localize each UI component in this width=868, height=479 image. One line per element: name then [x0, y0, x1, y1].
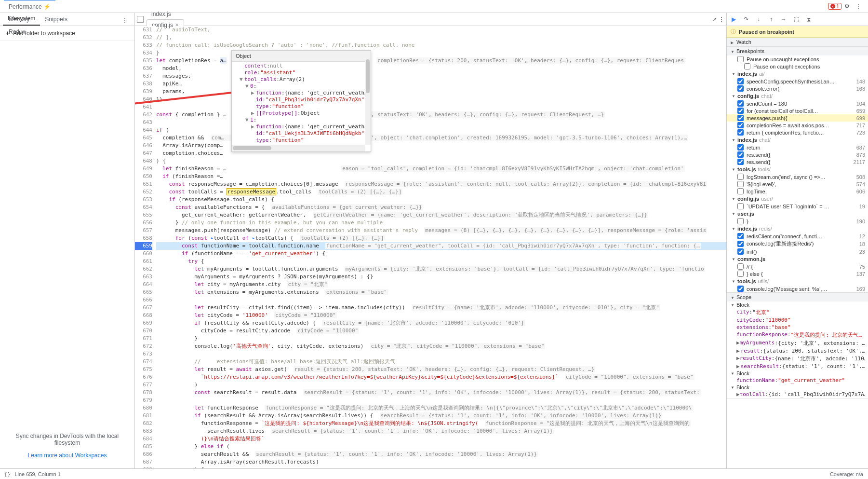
- breakpoint-item[interactable]: return { completionRes, functio…723: [727, 129, 868, 136]
- sync-message: Sync changes in DevTools with the local …: [0, 423, 134, 468]
- scope-variable[interactable]: ▶resultCity: {name: '北京市', adcode: '110…: [727, 355, 868, 363]
- tab-filesystem[interactable]: Filesystem: [3, 12, 40, 26]
- devtools-tab-bar: ConsoleSourcesPerformance ⚡MemoryRedux ×…: [0, 0, 868, 13]
- pause-exceptions-icon[interactable]: ⧗: [805, 16, 813, 23]
- step-icon[interactable]: →: [780, 16, 788, 23]
- scope-variable[interactable]: extensions: "base": [727, 324, 868, 331]
- navigator-panel: Filesystem Snippets ⋮ +Add folder to wor…: [0, 13, 135, 468]
- object-property[interactable]: id: "call_Pbq3iwih0idr7yQ7x7Av7qXn": [234, 96, 369, 103]
- scope-variable[interactable]: ▶result: {status: 200, statusText: 'OK',…: [727, 347, 868, 355]
- scrollbar-vertical[interactable]: [365, 59, 371, 145]
- file-tab-index-js[interactable]: index.js: [147, 9, 184, 19]
- object-property[interactable]: id: "call_Uekjn3L3vAJWFIi6bHQdNgkb": [234, 130, 369, 137]
- popup-title: Object: [232, 51, 371, 62]
- plus-icon: +: [6, 30, 9, 37]
- open-external-icon[interactable]: ↗: [710, 14, 719, 25]
- pause-uncaught-toggle[interactable]: Pause on uncaught exceptions: [727, 55, 868, 63]
- bp-file-group[interactable]: ▼common.js: [727, 255, 868, 263]
- tab-performance[interactable]: Performance ⚡: [4, 0, 55, 13]
- breakpoint-item[interactable]: init()23: [727, 248, 868, 255]
- step-over-icon[interactable]: ↷: [742, 16, 750, 23]
- object-property[interactable]: type: "function": [234, 103, 369, 110]
- tab-snippets[interactable]: Snippets: [40, 13, 72, 26]
- cursor-position: Line 659, Column 1: [14, 471, 60, 477]
- status-bar: { } Line 659, Column 1 Coverage: n/a: [0, 468, 868, 479]
- braces-icon[interactable]: { }: [5, 471, 10, 477]
- object-property[interactable]: content: null: [234, 63, 369, 69]
- object-property[interactable]: ▶[[Prototype]]: Object: [234, 110, 369, 117]
- scope-variable[interactable]: city: "北京": [727, 308, 868, 316]
- code-editor[interactable]: 6316326336346356366376386396406416426436…: [135, 26, 726, 468]
- breakpoint-item[interactable]: messages.push({699: [727, 114, 868, 122]
- scope-variable[interactable]: functionName: "get_current_weather": [727, 377, 868, 384]
- add-folder-button[interactable]: +Add folder to workspace: [0, 26, 134, 41]
- scope-section[interactable]: Scope: [727, 293, 868, 301]
- coverage-status: Coverage: n/a: [830, 471, 863, 477]
- debug-toolbar: ▶ ↷ ↓ ↑ → ⬚ ⧗: [727, 13, 868, 26]
- breakpoint-item[interactable]: console.error(168: [727, 85, 868, 92]
- object-property[interactable]: ▼tool_calls: Array(2): [234, 76, 369, 83]
- learn-more-link[interactable]: Learn more about Workspaces: [10, 452, 125, 459]
- object-property[interactable]: ▶function: {name: 'get_current_weath…: [234, 90, 369, 96]
- bp-file-group[interactable]: ▼tools.jsutils/: [727, 277, 868, 285]
- more-vert-icon[interactable]: ⋮: [118, 15, 132, 26]
- scope-variable[interactable]: functionResponse: "这是我的提问: 北京的天气…: [727, 331, 868, 339]
- breakpoint-item[interactable]: sendCount = 180104: [727, 100, 868, 107]
- scope-block-head[interactable]: ▼Block: [727, 370, 868, 377]
- breakpoint-item[interactable]: logStream.on('end', async () =>…508: [727, 173, 868, 180]
- breakpoint-item[interactable]: return687: [727, 144, 868, 151]
- watch-section[interactable]: Watch: [727, 38, 868, 46]
- scope-variable[interactable]: cityCode: "110000": [727, 316, 868, 324]
- breakpoint-item[interactable]: speechConfig.speechSynthesisLan…148: [727, 78, 868, 85]
- breakpoint-item[interactable]: `UPDATE user SET `loginInfo` = …19: [727, 203, 868, 210]
- object-property[interactable]: ▶function: {name: 'get_current_weath…: [234, 123, 369, 130]
- object-inspector-popup[interactable]: Object content: nullrole: "assistant"▼to…: [231, 50, 371, 152]
- breakpoints-section[interactable]: Breakpoints: [727, 47, 868, 55]
- bp-file-group[interactable]: ▼user.js: [727, 210, 868, 218]
- step-out-icon[interactable]: ↑: [767, 16, 775, 23]
- bp-file-group[interactable]: ▼config.jschat/: [727, 92, 868, 100]
- more-vert-icon[interactable]: ⋮: [719, 16, 724, 23]
- scope-block-head[interactable]: ▼Block: [727, 384, 868, 391]
- deactivate-breakpoints-icon[interactable]: ⬚: [792, 16, 800, 23]
- breakpoint-item[interactable]: }190: [727, 218, 868, 225]
- breakpoint-item[interactable]: '${logLevel}',574: [727, 180, 868, 188]
- navigator-toggle-icon[interactable]: [137, 16, 144, 23]
- paused-banner: ⓘ Paused on breakpoint: [727, 26, 868, 38]
- breakpoint-item[interactable]: } else {137: [727, 270, 868, 277]
- scrollbar-horizontal[interactable]: [232, 145, 365, 151]
- scope-block-head[interactable]: ▼Block: [727, 301, 868, 308]
- breakpoint-item[interactable]: for (const toolCall of toolCall…659: [727, 107, 868, 114]
- info-icon: ⓘ: [731, 28, 736, 35]
- gear-icon[interactable]: ⚙: [841, 1, 853, 12]
- bp-file-group[interactable]: ▼index.jsredis/: [727, 225, 868, 233]
- error-count-badge[interactable]: ×1: [828, 3, 841, 10]
- resume-icon[interactable]: ▶: [730, 16, 737, 23]
- scope-variable[interactable]: ▶myArguments: {city: '北京', extensions: …: [727, 339, 868, 347]
- step-into-icon[interactable]: ↓: [755, 16, 762, 23]
- object-property[interactable]: ▼1:: [234, 117, 369, 123]
- breakpoint-item[interactable]: completionRes = await axios.pos…717: [727, 122, 868, 129]
- breakpoint-item[interactable]: console.log('重新连接Redis')18: [727, 240, 868, 248]
- scope-variable[interactable]: ▶searchResult: {status: '1', count: '1',…: [727, 363, 868, 370]
- breakpoint-item[interactable]: console.log('Message sent: %s',…169: [727, 285, 868, 292]
- editor-panel: index.jsconfig.js ✕ ↗ ⋮ 6316326336346356…: [135, 13, 726, 468]
- pause-caught-toggle[interactable]: Pause on caught exceptions: [727, 63, 868, 70]
- breakpoint-item[interactable]: logTime,606: [727, 188, 868, 195]
- breakpoint-item[interactable]: res.send({2117: [727, 158, 868, 165]
- more-vert-icon[interactable]: ⋮: [853, 1, 864, 12]
- bp-file-group[interactable]: ▼tools.jstools/: [727, 165, 868, 173]
- file-tab-bar: index.jsconfig.js ✕ ↗ ⋮: [135, 13, 726, 26]
- scope-variable[interactable]: ▶toolCall: {id: 'call_Pbq3iwih0idr7yQ7x7…: [727, 391, 868, 398]
- bp-file-group[interactable]: ▼index.jschat/: [727, 136, 868, 144]
- object-property[interactable]: role: "assistant": [234, 69, 369, 76]
- breakpoint-item[interactable]: res.send({873: [727, 151, 868, 158]
- object-property[interactable]: ▼0:: [234, 83, 369, 90]
- breakpoint-item[interactable]: redisClient.on('connect', functi…12: [727, 233, 868, 240]
- navigator-tabs: Filesystem Snippets ⋮: [0, 13, 134, 26]
- breakpoint-item[interactable]: // {75: [727, 263, 868, 270]
- object-property[interactable]: type: "function": [234, 137, 369, 144]
- bp-file-group[interactable]: ▼config.jsuser/: [727, 195, 868, 203]
- bp-file-group[interactable]: ▼index.jsai/: [727, 70, 868, 78]
- debugger-panel: ▶ ↷ ↓ ↑ → ⬚ ⧗ ⓘ Paused on breakpoint Wat…: [726, 13, 868, 468]
